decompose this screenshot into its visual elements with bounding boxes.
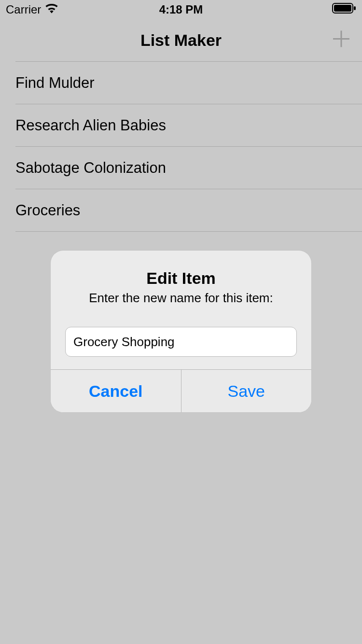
item-name-input[interactable] [65, 327, 297, 357]
alert-title: Edit Item [65, 269, 297, 288]
alert-actions: Cancel Save [51, 369, 311, 412]
edit-item-alert: Edit Item Enter the new name for this it… [51, 251, 311, 412]
alert-message: Enter the new name for this item: [65, 291, 297, 306]
save-button[interactable]: Save [181, 370, 312, 412]
alert-overlay: Edit Item Enter the new name for this it… [0, 0, 362, 644]
cancel-button[interactable]: Cancel [51, 370, 181, 412]
